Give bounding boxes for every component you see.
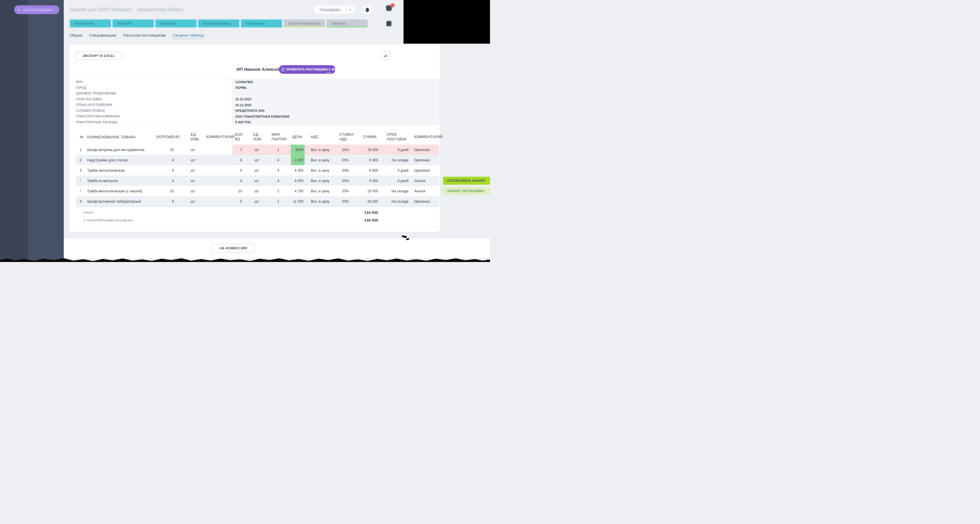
- column-header: НДС: [306, 132, 337, 143]
- cell-value: 1: [80, 148, 82, 152]
- stage-pill-3[interactable]: Переговоры: [155, 19, 197, 27]
- info-label: ИНН: [69, 79, 232, 85]
- export-excel-button[interactable]: ЭКСПОРТ В EXCEL: [75, 52, 123, 60]
- cell-value: 78 000: [367, 148, 378, 152]
- status-pill-1[interactable]: В закупке попарно цен...: [284, 19, 325, 27]
- column-header: МИН. ПАРТИЯ: [269, 132, 288, 143]
- cell-vat_rate: 20%: [337, 196, 360, 206]
- stage-pill-1[interactable]: Новая закупка: [70, 19, 111, 27]
- column-header: ЗАПРОШЕНО: [158, 132, 181, 143]
- tab-общие[interactable]: Общие: [70, 33, 82, 39]
- table-row: 3Тумба металлическая4шт4шт44 300Вкл. в ц…: [76, 165, 439, 176]
- cell-name: Шкаф вытяжной лабораторный: [87, 196, 158, 206]
- cell-unit: шт: [181, 144, 201, 155]
- cell-value: !: [80, 179, 81, 183]
- close-icon[interactable]: ✕: [18, 8, 20, 11]
- to-commission-button[interactable]: НА КОМИССИЮ: [212, 244, 255, 252]
- cell-unit: шт: [181, 186, 201, 196]
- stage-pill-2[interactable]: Запрос КП: [113, 19, 154, 27]
- cell-delivery: 5 дней: [381, 165, 411, 176]
- status-pill-2[interactable]: Завершить: [326, 19, 368, 27]
- cell-value: 7: [240, 148, 242, 152]
- bell-button[interactable]: [363, 5, 372, 14]
- approve-analog-button[interactable]: СОГЛАСОВАТЬ АНАЛОГ: [443, 177, 490, 185]
- check-supplier-ai-button[interactable]: ✦ ПРОВЕРИТЬ ПОСТАВЩИКА С ИИ скоро: [279, 65, 335, 74]
- sync-button[interactable]: ⇄: [381, 52, 390, 60]
- cell-min_batch: 4: [269, 165, 288, 176]
- cell-value: шт: [191, 148, 195, 152]
- cell-value: 5 дней: [398, 179, 409, 183]
- cell-unit: шт: [181, 196, 201, 206]
- workflow-stage-pills: Новая закупкаЗапрос КППереговорыВыбор по…: [70, 19, 368, 27]
- stage-pill-label: Новая закупка: [75, 22, 94, 25]
- decrypt-button[interactable]: Расшифровка ▾: [314, 5, 355, 14]
- cell-comment2: Аналог: [411, 186, 439, 196]
- cell-name: Надстройки для столов: [87, 155, 158, 165]
- cell-value: Аналог: [414, 179, 426, 183]
- stage-pill-5[interactable]: Согласование: [241, 19, 282, 27]
- cell-value: 10: [238, 189, 242, 193]
- cell-num: !: [76, 176, 87, 186]
- cell-value: 4: [80, 200, 82, 203]
- info-label: СРОК ПОСТАВКИ: [69, 97, 232, 102]
- column-header: КОЛ-ВО: [232, 132, 245, 143]
- cell-comment: [201, 144, 232, 155]
- sidebar-item-procurements[interactable]: ✕ закупки (процедуры): [14, 5, 59, 14]
- cell-value: 1: [277, 148, 279, 152]
- cell-requested: 10: [158, 186, 181, 196]
- cell-unit: шт: [181, 155, 201, 165]
- chevron-down-icon[interactable]: ▾: [346, 8, 355, 11]
- cell-sum: 8 000: [360, 176, 381, 186]
- cell-sum: 33 000: [360, 196, 381, 206]
- cell-value: 11 000: [293, 200, 304, 203]
- cell-value: 2: [80, 158, 82, 162]
- cell-value: Оригинал: [414, 148, 430, 152]
- info-value: 1234567892: [232, 79, 440, 85]
- procurement-app: { "sidebar": { "pill": "закупки (процеду…: [0, 0, 490, 262]
- cell-value: 4 700: [294, 189, 304, 193]
- cell-comment2: Оригинал: [411, 196, 439, 206]
- tab-рассылка-поставщикам[interactable]: Рассылка поставщикам: [123, 33, 165, 39]
- cell-min_batch: 4: [269, 176, 288, 186]
- tab-спецификация[interactable]: Спецификация: [89, 33, 116, 39]
- cell-value: шт: [191, 158, 195, 162]
- cell-comment2: Оригинал: [411, 144, 439, 155]
- cell-requested: 10: [158, 144, 181, 155]
- cell-unit: шт: [181, 165, 201, 176]
- stage-pill-4[interactable]: Выбор поставщиков: [198, 19, 239, 27]
- cell-vat: Вкл. в цену: [306, 186, 337, 196]
- stage-pill-label: Выбор поставщиков: [203, 22, 231, 25]
- cell-min_batch: 1: [269, 196, 288, 206]
- total-row: ИТОГО144 000: [76, 209, 439, 216]
- table-row: 2Надстройки для столов4шт8шт41 600Вкл. в…: [76, 155, 439, 165]
- cell-qty: 4: [232, 176, 245, 186]
- cell-comment: [201, 196, 232, 206]
- info-row: ГОРОДПЕРМЬ: [69, 85, 440, 91]
- column-header: ЕД. ИЗМ.: [181, 132, 201, 143]
- cell-delivery: 5 дней: [381, 144, 411, 155]
- analog-approved-badge: АНАЛОГ СОГЛАСОВАН: [443, 187, 490, 195]
- cell-vat_rate: 20%: [337, 165, 360, 176]
- cell-vat: Вкл. в цену: [306, 176, 337, 186]
- cell-name: Тумба из металла: [87, 176, 158, 186]
- sync-icon: ⇄: [384, 54, 387, 58]
- cell-value: 8: [240, 158, 242, 162]
- info-value: ПЕРМЬ: [232, 85, 440, 91]
- cell-value: 4 000: [294, 179, 304, 183]
- info-row: ТРАНСПОРТНЫЕ РАСХОДЫ5 000 РУБ.: [69, 119, 440, 125]
- cell-num: 4: [76, 196, 87, 206]
- info-value: [232, 91, 440, 97]
- cell-requested: 4: [158, 155, 181, 165]
- cell-value: 20%: [342, 158, 349, 162]
- cell-value: 20%: [342, 168, 349, 173]
- cell-qty: 4: [232, 165, 245, 176]
- tab-сводная-таблица[interactable]: Сводная таблица: [173, 33, 204, 39]
- progress-bar: [327, 26, 367, 27]
- info-row: ТРАНСПОРТНАЯ КОМПАНИЯООО ТРАНСПОРТНАЯ КО…: [69, 114, 440, 119]
- cell-value: 4: [277, 179, 279, 183]
- cell-value: шт: [255, 168, 259, 173]
- sidebar-item-label: закупки (процедуры): [23, 8, 52, 11]
- table-body: 1Шкаф-витрина для инструментов10шт7шт180…: [76, 144, 439, 206]
- secondary-tool-icon[interactable]: [387, 21, 391, 26]
- cell-value: Вкл. в цену: [311, 158, 329, 162]
